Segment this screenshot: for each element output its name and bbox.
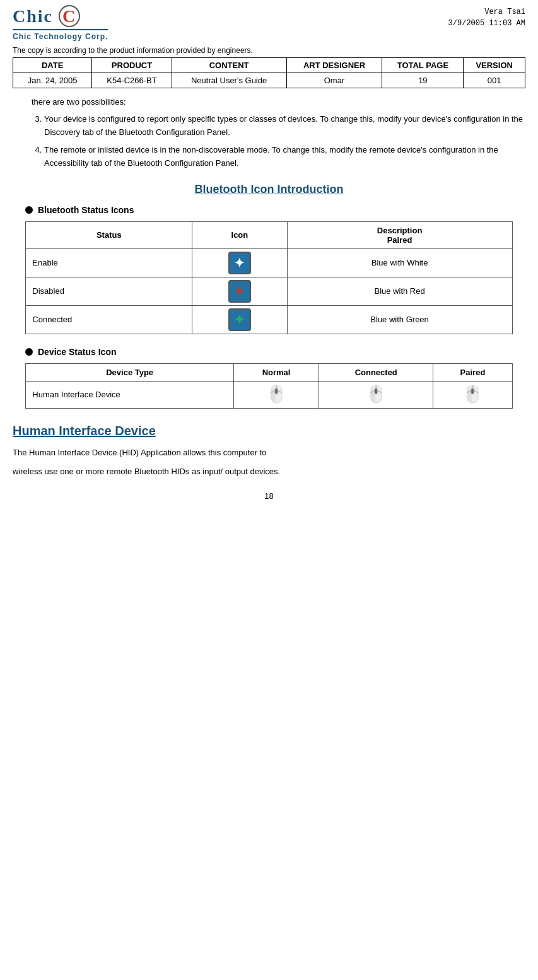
hid-label: Human Interface Device [26, 381, 234, 408]
sub1-heading-label: Bluetooth Status Icons [38, 205, 134, 215]
sub1-heading-container: Bluetooth Status Icons [25, 205, 525, 215]
icon-enable: ✦ [192, 248, 287, 277]
bt-symbol-red: ✦ [234, 284, 245, 299]
col-date: DATE [13, 58, 92, 73]
page-number: 18 [13, 491, 525, 501]
col-product: PRODUCT [92, 58, 172, 73]
logo-subtitle: Chic Technology Corp. [13, 32, 108, 41]
desc-enable: Blue with White [287, 248, 512, 277]
sub2-heading-label: Device Status Icon [38, 347, 117, 357]
row-artdesigner: Omar [286, 73, 382, 88]
desc-connected: Blue with Green [287, 305, 512, 334]
list-item-3: Your device is configured to report only… [44, 113, 525, 139]
connected-col: Connected [319, 363, 433, 381]
hid-connected-icon: 🖱️ [319, 381, 433, 408]
col-artdesigner: ART DESIGNER [286, 58, 382, 73]
product-table: DATE PRODUCT CONTENT ART DESIGNER TOTAL … [13, 57, 525, 88]
col-totalpage: TOTAL PAGE [382, 58, 464, 73]
bt-icon-connected: ✦ [228, 308, 251, 331]
section2-body-line2: wireless use one or more remote Bluetoot… [13, 465, 525, 479]
info-line: The copy is according to the product inf… [13, 46, 525, 55]
col-content: CONTENT [172, 58, 286, 73]
status-col-header: Status [26, 221, 192, 248]
list-item-4: The remote or inlisted device is in the … [44, 144, 525, 170]
bullet-icon [25, 206, 33, 214]
logo-area: Chic C Chic Technology Corp. [13, 6, 108, 41]
paired-col: Paired [433, 363, 512, 381]
table-row: Disabled ✦ Blue with Red [26, 277, 512, 305]
normal-col: Normal [233, 363, 319, 381]
row-date: Jan. 24, 2005 [13, 73, 92, 88]
bt-icon-disabled: ✦ [228, 280, 251, 303]
numbered-list: Your device is configured to report only… [32, 113, 525, 170]
mouse-normal-icon: 🖱️ [264, 385, 289, 404]
hid-paired-icon: 🖱️ [433, 381, 512, 408]
device-table: Device Type Normal Connected Paired Huma… [25, 363, 512, 409]
status-table: Status Icon Description Paired Enable ✦ … [25, 221, 512, 334]
device-type-col: Device Type [26, 363, 234, 381]
section1-heading: Bluetooth Icon Introduction [13, 183, 525, 196]
row-totalpage: 19 [382, 73, 464, 88]
status-enable: Enable [26, 248, 192, 277]
status-disabled: Disabled [26, 277, 192, 305]
bt-icon-enable: ✦ [228, 252, 251, 274]
bt-symbol-white: ✦ [234, 255, 245, 271]
mouse-connected-icon: 🖱️ [363, 385, 389, 404]
icon-disabled: ✦ [192, 277, 287, 305]
timestamp: Vera Tsai 3/9/2005 11:03 AM [448, 6, 525, 29]
description-col-header: Description Paired [287, 221, 512, 248]
desc-disabled: Blue with Red [287, 277, 512, 305]
mouse-paired-icon: 🖱️ [460, 385, 485, 404]
bt-symbol-green: ✦ [234, 312, 245, 327]
table-row: Connected ✦ Blue with Green [26, 305, 512, 334]
bullet-icon-2 [25, 348, 33, 356]
sub2-heading-container: Device Status Icon [25, 347, 525, 357]
col-version: VERSION [464, 58, 525, 73]
icon-connected: ✦ [192, 305, 287, 334]
row-product: K54-C266-BT [92, 73, 172, 88]
logo-chic: Chic C [13, 6, 80, 26]
section2-body-line1: The Human Interface Device (HID) Applica… [13, 446, 525, 460]
body-intro: there are two possibilities: [32, 96, 525, 109]
icon-col-header: Icon [192, 221, 287, 248]
status-connected: Connected [26, 305, 192, 334]
header: Chic C Chic Technology Corp. Vera Tsai 3… [13, 6, 525, 41]
table-row: Human Interface Device 🖱️ 🖱️ 🖱️ [26, 381, 512, 408]
hid-normal-icon: 🖱️ [233, 381, 319, 408]
row-version: 001 [464, 73, 525, 88]
section2-heading: Human Interface Device [13, 424, 525, 438]
table-row: Enable ✦ Blue with White [26, 248, 512, 277]
row-content: Neutral User's Guide [172, 73, 286, 88]
